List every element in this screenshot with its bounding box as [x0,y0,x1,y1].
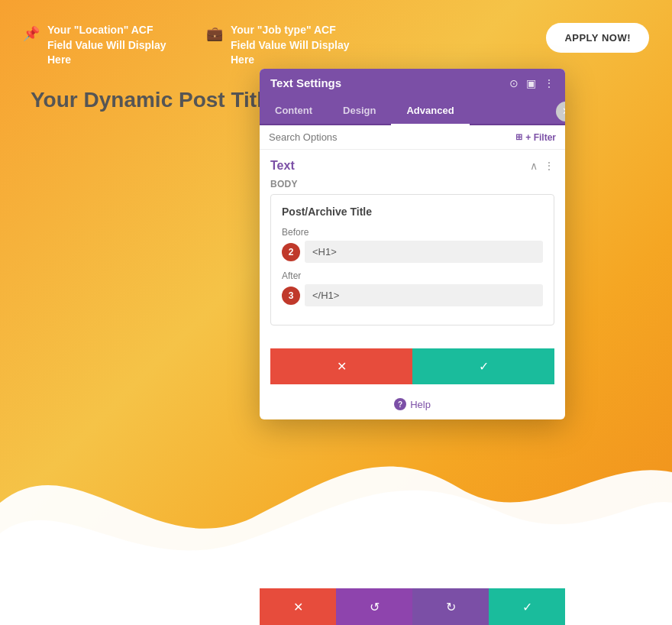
modal-title: Text Settings [270,76,341,89]
modal-header: Text Settings ⊙ ▣ ⋮ [260,69,565,97]
toolbar-save-button[interactable]: ✓ [489,588,565,625]
toolbar-redo-button[interactable]: ↻ [412,588,489,625]
help-text: Help [410,399,431,410]
after-input-group: 3 [282,284,543,306]
toolbar-undo-icon: ↺ [370,600,380,614]
tab-advanced[interactable]: Advanced [391,97,469,125]
filter-icon: ⊞ [515,132,522,142]
briefcase-icon: 💼 [206,24,223,44]
top-bar: 📌 Your "Location" ACF Field Value Will D… [23,23,649,68]
help-icon: ? [394,398,406,410]
search-header-icon[interactable]: ⊙ [509,77,519,89]
toolbar-save-icon: ✓ [522,600,532,614]
toolbar-cancel-icon: ✕ [293,600,303,614]
dynamic-content-box: Post/Archive Title Before 2 After 3 [270,194,554,325]
text-settings-modal: Text Settings ⊙ ▣ ⋮ Content Design Advan… [260,69,565,419]
cancel-button[interactable]: ✕ [270,348,412,384]
section-body: Body Post/Archive Title Before 2 After 3 [260,179,565,344]
apply-now-button[interactable]: APPLY NOW! [546,23,649,53]
location-field-item: 📌 Your "Location" ACF Field Value Will D… [23,23,176,68]
after-label: After [282,270,543,281]
search-bar: ⊞ + Filter [260,125,565,150]
pin-icon: 📌 [23,24,40,44]
toolbar-undo-button[interactable]: ↺ [336,588,412,625]
section-collapse-icon[interactable]: ∧ [530,160,538,172]
before-input-group: 2 [282,241,543,263]
toolbar-redo-icon: ↻ [446,600,456,614]
section-actions: ∧ ⋮ [530,160,554,172]
after-input[interactable] [305,284,543,306]
cancel-icon: ✕ [337,359,347,374]
action-row: ✕ ✓ [270,348,554,384]
modal-tabs: Content Design Advanced [260,97,565,125]
step-2-badge: 2 [282,243,300,261]
after-input-row: After 3 [282,270,543,306]
step-3-badge: 3 [282,287,300,305]
section-header: Text ∧ ⋮ [260,150,565,179]
tabs-wrapper: Content Design Advanced ✕ [260,97,565,125]
tab-content[interactable]: Content [260,97,328,125]
filter-label: + Filter [525,132,556,143]
dynamic-box-title: Post/Archive Title [282,206,543,218]
confirm-icon: ✓ [479,359,489,374]
columns-header-icon[interactable]: ▣ [526,77,536,89]
toolbar-cancel-button[interactable]: ✕ [260,588,336,625]
search-input[interactable] [269,131,509,143]
section-title: Text [270,159,295,173]
location-field-text: Your "Location" ACF Field Value Will Dis… [47,23,176,68]
body-label: Body [270,179,554,189]
top-bar-left: 📌 Your "Location" ACF Field Value Will D… [23,23,546,68]
jobtype-field-item: 💼 Your "Job type" ACF Field Value Will D… [206,23,359,68]
section-more-icon[interactable]: ⋮ [544,160,554,172]
more-header-icon[interactable]: ⋮ [544,77,554,89]
before-label: Before [282,227,543,238]
confirm-button[interactable]: ✓ [412,348,554,384]
tab-design[interactable]: Design [328,97,391,125]
bottom-toolbar: ✕ ↺ ↻ ✓ [260,588,565,625]
modal-header-icons: ⊙ ▣ ⋮ [509,77,554,89]
filter-button[interactable]: ⊞ + Filter [515,132,556,143]
help-row[interactable]: ? Help [260,392,565,419]
before-input[interactable] [305,241,543,263]
jobtype-field-text: Your "Job type" ACF Field Value Will Dis… [231,23,359,68]
before-input-row: Before 2 [282,227,543,263]
